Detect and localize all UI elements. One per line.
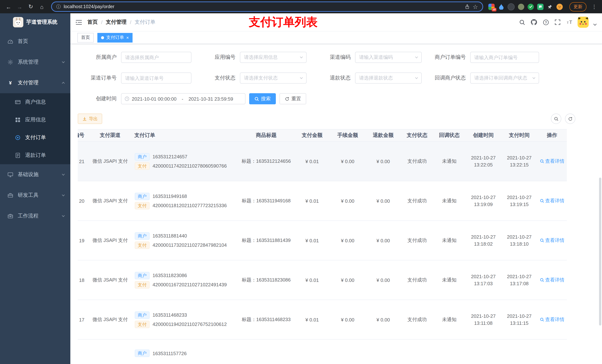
sidebar-item-workflow[interactable]: 工作流程 [0,206,70,226]
extension-icon-orange-face[interactable] [557,3,563,10]
breadcrumb-item[interactable]: 支付管理 [106,19,127,26]
channel-code-select[interactable]: 请输入渠道编码 [355,52,422,63]
cell-status: 支付成功 [401,221,433,260]
notify-status-select[interactable]: 请选择订单回调商户状态 [470,73,539,83]
pin-icon[interactable] [547,3,553,10]
refresh-button[interactable] [565,114,575,124]
help-icon[interactable]: ? [542,19,549,26]
sidebar-item-payment[interactable]: ¥支付管理 [0,73,70,93]
create-time-range-picker[interactable]: 2021-10-01 00:00:00 - 2021-10-31 23:59:5… [121,93,246,104]
browser-menu-icon[interactable]: ⋮ [590,4,598,10]
view-detail-link[interactable]: 查看详情 [540,158,564,165]
tab-active-dot [101,36,104,39]
view-detail-link[interactable]: 查看详情 [540,316,564,323]
column-header: 回调状态 [433,129,465,142]
view-detail-link[interactable]: 查看详情 [540,277,564,283]
cell-create-time: 2021-10-2713:17:03 [465,260,501,300]
cell-id: 21 [78,142,89,181]
cell-amount: ¥ 0.01 [294,181,330,221]
extension-icon-green-chat[interactable] [537,3,544,10]
chevron-down-icon [62,214,65,218]
site-info-icon[interactable]: ⓘ [56,3,61,10]
sidebar-logo[interactable]: 芋道管理系统 [0,13,70,31]
chevron-down-icon [62,60,65,64]
sidebar-item-app-info[interactable]: 应用信息 [0,111,70,129]
reset-button[interactable]: 重置 [280,93,306,104]
pay-tag: 支付 [135,202,150,209]
sidebar-item-merchant-info[interactable]: 商户信息 [0,93,70,111]
tab-close-icon[interactable]: × [126,35,129,40]
sidebar-item-dev-tools[interactable]: 研发工具 [0,185,70,206]
column-header: 支付金额 [294,129,330,142]
back-button[interactable]: ← [4,2,13,11]
hamburger-icon[interactable] [75,20,82,25]
extension-icon-blue-drop[interactable] [498,3,504,10]
search-button[interactable]: 搜索 [249,93,276,104]
browser-update-button[interactable]: 更新 [570,2,586,11]
pay-tag: 支付 [135,162,150,170]
right-toolbar [551,114,575,124]
search-icon[interactable] [518,19,526,26]
forward-button[interactable]: → [15,2,24,11]
app-shell: 芋道管理系统 首页系统管理¥支付管理商户信息应用信息支付订单退款订单基础设施研发… [0,13,602,364]
merchant-input[interactable] [121,52,191,63]
filter-label: 应用编号 [215,54,240,61]
merchant-order-no-input[interactable] [470,52,539,63]
breadcrumb-item[interactable]: 首页 [87,19,98,26]
sidebar-item-home[interactable]: 首页 [0,31,70,52]
cell-order-no: 商户1635311949168支付42000011812021102777232… [131,181,238,221]
reload-button[interactable]: ↻ [26,2,35,11]
pay-status-select[interactable]: 请选择支付状态 [240,73,307,83]
cell-action: 查看详情 [537,260,567,300]
extension-icon-green-check[interactable] [527,3,534,10]
cell-action: 查看详情 [537,300,567,339]
font-size-icon[interactable]: TT [566,19,573,26]
tab-home[interactable]: 首页 [77,33,94,42]
view-detail-link[interactable]: 查看详情 [540,237,564,244]
channel-order-no-input[interactable] [121,73,191,83]
sidebar-item-system[interactable]: 系统管理 [0,52,70,73]
merchant-tag: 商户 [135,311,150,319]
date-end-value: 2021-10-31 23:59:59 [188,96,233,102]
chevron-down-icon[interactable] [593,23,597,26]
extension-icon-colorful-puzzle[interactable]: 10 [488,3,495,10]
app-title: 芋道管理系统 [26,19,57,26]
chevron-down-icon [532,76,536,80]
url-text: localhost:1024/pay/order [64,4,114,9]
chevron-up-icon [62,81,65,85]
cell-fee: ¥ 0.00 [330,300,366,339]
refund-status-select[interactable]: 请选择退款状态 [355,73,422,83]
cell-pay-time: 2021-10-2713:19:15 [501,181,537,221]
bookmark-star-icon[interactable]: ☆ [473,3,478,10]
sidebar-item-infrastructure[interactable]: 基础设施 [0,164,70,185]
filter-row: 渠道订单号支付状态请选择支付状态退款状态请选择退款状态回调商户状态请选择订单回调… [78,72,595,84]
logo-image [13,17,23,27]
github-icon[interactable] [530,19,538,26]
view-detail-link[interactable]: 查看详情 [540,198,564,204]
filter-label: 回调商户状态 [435,75,470,81]
filter-label: 所属商户 [78,54,121,61]
toggle-search-button[interactable] [551,114,561,124]
filter-group-channel-order-no: 渠道订单号 [78,73,191,83]
address-bar[interactable]: ⓘ localhost:1024/pay/order ☆ [51,1,483,12]
navbar-actions: ? TT [518,17,597,28]
tab-pay-order[interactable]: 支付订单× [97,33,133,42]
table-row: 21微信 JSAPI 支付商户1635312124657支付4200001174… [78,142,567,181]
cell-id: 20 [78,181,89,221]
scrollbar-thumb[interactable] [599,177,601,325]
sidebar-item-pay-order[interactable]: 支付订单 [0,129,70,146]
share-icon[interactable] [464,4,470,9]
export-button[interactable]: 导出 [78,114,102,124]
fullscreen-icon[interactable] [554,19,561,26]
home-button[interactable]: ⌂ [37,2,47,11]
app-id-select[interactable]: 请选择应用信息 [240,52,307,63]
breadcrumb-item: 支付订单 [135,19,155,26]
column-header: 手续金额 [330,129,366,142]
sidebar-item-refund-order[interactable]: 退款订单 [0,146,70,164]
sidebar: 芋道管理系统 首页系统管理¥支付管理商户信息应用信息支付订单退款订单基础设施研发… [0,13,70,364]
extension-icon-olive-circle[interactable] [518,3,524,10]
extension-icon-dark-circle[interactable] [508,3,515,10]
cell-notify: 未通知 [433,260,465,300]
avatar[interactable] [578,17,589,28]
table-row-partial: 商户1635311157726 [78,339,567,364]
